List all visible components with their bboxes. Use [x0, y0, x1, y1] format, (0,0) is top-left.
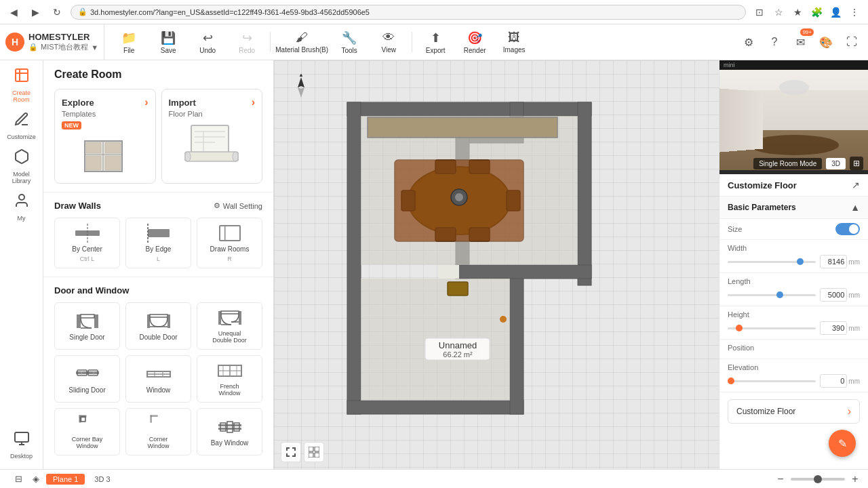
back-button[interactable]: ◀ — [5, 4, 22, 20]
height-slider[interactable] — [728, 327, 816, 329]
file-button[interactable]: 📁 File — [110, 26, 148, 58]
view-button[interactable]: 👁 View — [370, 26, 408, 58]
height-value-input[interactable]: 390 — [820, 321, 847, 335]
wall-setting-button[interactable]: ⚙ Wall Setting — [214, 201, 262, 210]
forward-button[interactable]: ▶ — [27, 4, 43, 20]
svg-rect-14 — [184, 152, 239, 161]
notifications-icon-btn[interactable]: ✉ 99+ — [789, 31, 811, 53]
by-center-tool[interactable]: By Center Ctrl L — [54, 218, 120, 268]
my-icon — [14, 192, 30, 213]
fullscreen-icon-btn[interactable]: ⛶ — [841, 31, 863, 53]
export-button[interactable]: ⬆ Export — [416, 26, 454, 58]
size-toggle-switch[interactable] — [835, 223, 860, 235]
corner-window-label: CornerWindow — [147, 436, 169, 449]
window-tool[interactable]: Window — [125, 355, 191, 403]
zoom-slider[interactable] — [791, 478, 845, 481]
customize-icon — [14, 111, 30, 131]
single-door-tool[interactable]: Single Door — [54, 302, 120, 350]
sidebar-item-model-library[interactable]: ModelLibrary — [3, 147, 41, 185]
explore-subtitle: Templates — [62, 110, 149, 118]
bay-window-tool[interactable]: Bay Window — [197, 408, 262, 455]
svg-rect-90 — [448, 282, 468, 296]
screen-cast-icon[interactable]: ⊡ — [751, 4, 768, 20]
unequal-double-door-tool[interactable]: UnequalDouble Door — [197, 302, 262, 350]
sidebar-item-create-room[interactable]: CreateRoom — [3, 66, 41, 104]
length-slider[interactable] — [728, 294, 816, 296]
desktop-sidebar-label: Desktop — [10, 453, 33, 460]
sidebar-item-customize[interactable]: Customize — [3, 106, 41, 144]
customize-floor-btn-label: Customize Floor — [736, 407, 795, 416]
fit-view-button[interactable] — [281, 442, 301, 462]
svg-rect-25 — [81, 314, 94, 318]
create-room-section: Create Room Explore › Templates NEW — [43, 60, 273, 192]
export-label: Export — [426, 47, 446, 54]
length-control: 5000 mm — [728, 288, 860, 302]
3d-mode-button[interactable]: 3D — [826, 158, 846, 169]
material-brush-button[interactable]: 🖌 Material Brush(B) — [275, 26, 329, 58]
settings-icon-btn[interactable]: ⚙ — [738, 31, 760, 53]
elevation-slider[interactable] — [728, 380, 816, 382]
redo-button[interactable]: ↪ Redo — [228, 26, 266, 58]
extensions-icon[interactable]: 🧩 — [808, 4, 825, 20]
svg-text:▲: ▲ — [298, 74, 304, 78]
explore-templates-card[interactable]: Explore › Templates NEW — [54, 89, 156, 184]
3d-tab[interactable]: 3D 3 — [87, 474, 117, 485]
width-slider[interactable] — [728, 261, 816, 263]
render-button[interactable]: 🎯 Render — [456, 26, 494, 58]
zoom-out-button[interactable]: − — [773, 472, 788, 487]
expand-icon[interactable]: ↗ — [852, 180, 860, 190]
double-door-tool[interactable]: Double Door — [125, 302, 191, 350]
bottom-icon-2[interactable]: ◈ — [28, 472, 43, 487]
french-window-tool[interactable]: FrenchWindow — [197, 355, 262, 403]
door-window-header: Door and Window — [54, 285, 262, 296]
images-button[interactable]: 🖼 Images — [495, 26, 533, 58]
address-bar[interactable]: 🔒 3d.homestyler.com/?lang=en_US&assetId=… — [71, 5, 746, 20]
canvas-area[interactable]: ▲ — [274, 60, 719, 469]
basic-params-title: Basic Parameters — [728, 203, 796, 212]
sidebar-item-my[interactable]: My — [3, 188, 41, 226]
draw-rooms-tool[interactable]: Draw Rooms R — [197, 218, 262, 268]
render-label: Render — [464, 47, 486, 54]
grid-toggle-button[interactable] — [304, 442, 324, 462]
length-unit: mm — [848, 291, 860, 299]
preview-expand-button[interactable]: ⊞ — [850, 157, 863, 170]
length-value-input[interactable]: 5000 — [820, 288, 847, 302]
bookmark-icon[interactable]: ☆ — [770, 4, 787, 20]
save-button[interactable]: 💾 Save — [149, 26, 187, 58]
by-edge-tool[interactable]: By Edge L — [125, 218, 191, 268]
unequal-double-door-icon — [218, 308, 242, 327]
zoom-controls: − + — [773, 472, 863, 487]
star-icon[interactable]: ★ — [789, 4, 806, 20]
sidebar-item-desktop[interactable]: Desktop — [3, 426, 41, 464]
window-label: Window — [146, 386, 171, 394]
customize-floor-button[interactable]: Customize Floor › — [728, 399, 860, 424]
bay-window-label: Bay Window — [211, 439, 249, 447]
svg-marker-64 — [298, 77, 304, 87]
svg-rect-37 — [76, 371, 99, 374]
plane-tab[interactable]: Plane 1 — [46, 474, 85, 485]
profile-icon[interactable]: 👤 — [827, 4, 844, 20]
fab-button[interactable]: ✎ — [829, 430, 856, 457]
width-value-box: 8146 mm — [820, 255, 860, 268]
import-floor-plan-card[interactable]: Import › Floor Plan — [161, 89, 263, 184]
corner-window-tool[interactable]: CornerWindow — [125, 408, 191, 455]
color-icon-btn[interactable]: 🎨 — [815, 31, 837, 53]
collapse-basic-params-button[interactable]: ▲ — [850, 202, 860, 213]
notification-badge: 99+ — [800, 28, 814, 36]
project-dropdown-icon[interactable]: ▼ — [91, 43, 98, 52]
zoom-in-button[interactable]: + — [848, 472, 863, 487]
bottom-icon-1[interactable]: ⊟ — [11, 472, 26, 487]
refresh-button[interactable]: ↻ — [49, 4, 65, 20]
corner-bay-window-tool[interactable]: Corner BayWindow — [54, 408, 120, 455]
tools-button[interactable]: 🔧 Tools — [330, 26, 368, 58]
undo-button[interactable]: ↩ Undo — [189, 26, 226, 58]
help-icon-btn[interactable]: ? — [764, 31, 785, 53]
width-value-input[interactable]: 8146 — [820, 255, 847, 268]
material-brush-icon: 🖌 — [296, 30, 308, 45]
menu-icon[interactable]: ⋮ — [846, 4, 863, 20]
single-room-mode-button[interactable]: Single Room Mode — [753, 158, 822, 169]
draw-walls-title: Draw Walls — [54, 201, 101, 211]
unequal-double-door-label: UnequalDouble Door — [212, 330, 247, 344]
sliding-door-tool[interactable]: Sliding Door — [54, 355, 120, 403]
elevation-value-input[interactable]: 0 — [820, 374, 847, 388]
